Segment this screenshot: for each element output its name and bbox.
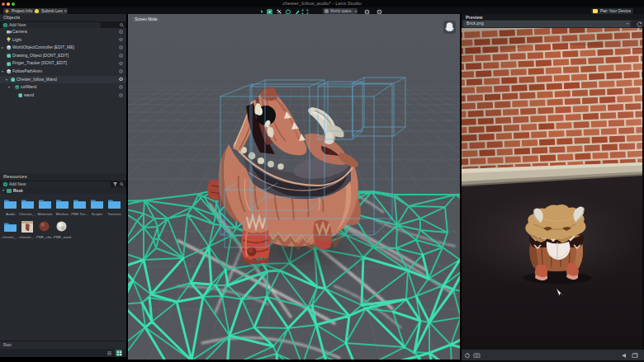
- svg-text:Screen Mode: Screen Mode: [135, 17, 158, 21]
